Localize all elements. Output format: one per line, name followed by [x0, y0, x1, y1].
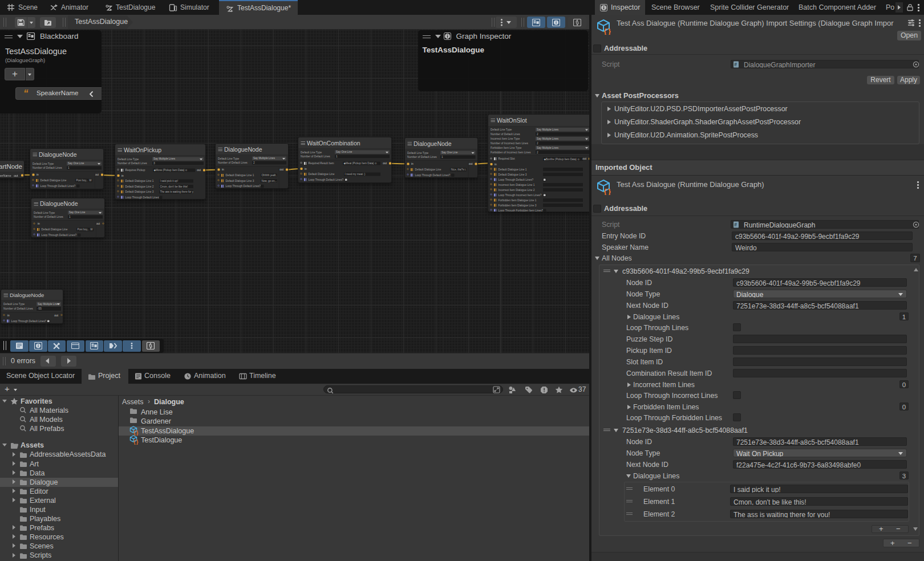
svg-text:}: } — [608, 187, 611, 195]
svg-text:{: { — [604, 187, 607, 195]
svg-text:#: # — [734, 222, 737, 227]
svg-text:#: # — [734, 62, 737, 67]
svg-text:}: } — [608, 27, 611, 35]
svg-text:}: } — [136, 439, 139, 445]
svg-text:{: { — [604, 27, 607, 35]
svg-text:{: { — [133, 439, 136, 445]
